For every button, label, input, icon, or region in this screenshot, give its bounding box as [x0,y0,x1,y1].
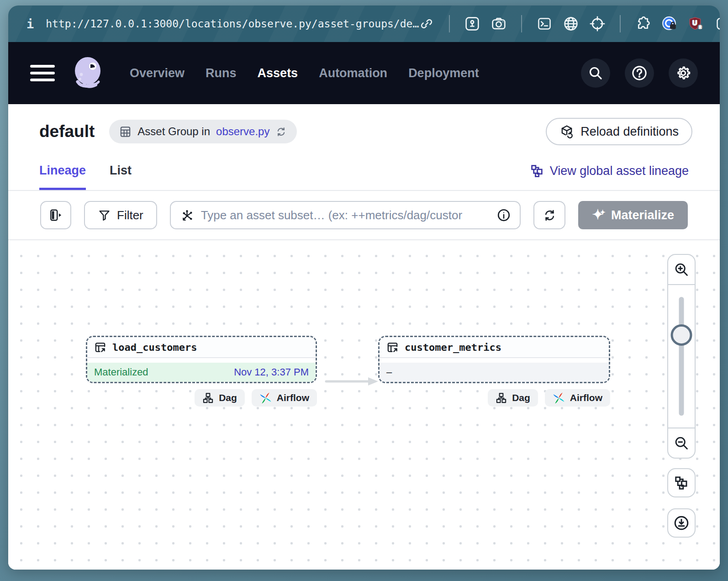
zoom-out-icon [674,435,689,451]
asset-node-header: customer_metrics [380,337,609,358]
relayout-graph-button[interactable] [667,468,696,497]
reload-definitions-button[interactable]: Reload definitions [546,118,692,145]
tag-label: Airflow [570,392,602,403]
settings-gear-button[interactable] [669,58,698,88]
browser-toolbar: i http://127.0.0.1:3000/locations/observ… [8,5,720,42]
lineage-canvas[interactable]: load_customers Materialized Nov 12, 3:37… [8,240,720,570]
reload-cube-icon [559,124,574,139]
asset-status-row: Materialized Nov 12, 3:37 PM [87,363,316,382]
zoom-in-button[interactable] [668,255,695,285]
asset-group-page: default Asset Group in observe.py Reload… [8,104,720,570]
asset-group-badge: Asset Group in observe.py [109,120,297,143]
tag-label: Dag [512,392,530,403]
zoom-slider-track[interactable] [679,297,684,416]
materialize-label: Materialize [611,208,674,222]
airflow-icon [259,392,272,404]
tag-airflow[interactable]: Airflow [545,389,610,407]
tab-lineage[interactable]: Lineage [39,164,86,190]
download-image-button[interactable] [667,508,696,538]
refresh-graph-button[interactable] [533,201,565,229]
expand-panel-button[interactable] [40,201,71,229]
badge-file-link[interactable]: observe.py [216,125,269,138]
asset-node-body: – [380,358,609,382]
lineage-edge-arrow [324,377,379,386]
sparkles-icon: ✦✦ [592,208,609,222]
tab-list[interactable]: List [110,164,132,190]
asset-subset-icon [180,208,194,222]
zoom-slider-handle[interactable] [671,324,692,346]
nav-item-assets[interactable]: Assets [258,66,298,80]
globe-icon[interactable] [563,16,579,32]
asset-group-icon [119,126,132,138]
global-lineage-label: View global asset lineage [550,164,689,178]
dag-icon [202,392,214,404]
badge-refresh-icon[interactable] [275,126,287,137]
filter-label: Filter [117,208,143,222]
nav-item-deployment[interactable]: Deployment [408,66,479,80]
tag-label: Airflow [277,392,309,403]
help-button[interactable] [625,58,654,88]
zoom-out-button[interactable] [668,428,695,458]
nav-links: Overview Runs Assets Automation Deployme… [130,66,479,80]
tabs-row: Lineage List View global asset lineage [8,148,720,191]
zoom-in-icon [674,262,689,277]
puzzle-extensions-icon[interactable] [635,16,651,32]
asset-node-body: Materialized Nov 12, 3:37 PM [87,358,316,382]
copy-link-icon[interactable] [419,16,434,32]
asset-name: load_customers [112,342,197,353]
asset-table-icon [386,341,399,354]
toolbar-separator [521,15,522,32]
terminal-icon[interactable] [537,16,552,32]
asset-node-customer-metrics[interactable]: customer_metrics – [378,336,610,383]
page-header: default Asset Group in observe.py Reload… [8,104,720,148]
browser-window: i http://127.0.0.1:3000/locations/observ… [8,5,720,570]
extension-flower-icon[interactable] [464,16,480,32]
dag-icon [496,392,507,404]
split-view-icon[interactable] [715,16,720,32]
download-icon [673,515,690,531]
nav-item-overview[interactable]: Overview [130,66,185,80]
materialize-button[interactable]: ✦✦ Materialize [578,201,688,229]
screenshot-camera-icon[interactable] [491,16,506,32]
tag-label: Dag [219,392,237,403]
target-crosshair-icon[interactable] [590,16,605,32]
filter-toolbar: Filter ✦✦ Materialize [8,191,720,240]
search-button[interactable] [581,58,610,88]
page-title: default [39,122,95,141]
password-manager-icon[interactable] [662,16,677,32]
badge-prefix: Asset Group in [137,125,210,138]
tag-dag[interactable]: Dag [488,389,538,407]
tag-dag[interactable]: Dag [195,389,245,407]
filter-button[interactable]: Filter [84,201,157,229]
graph-layout-icon [675,476,689,490]
zoom-slider[interactable] [668,285,695,428]
adblock-shield-icon[interactable]: U 2 [688,16,704,32]
dagster-logo[interactable] [69,54,107,92]
page-info-icon[interactable]: i [26,17,34,31]
status-timestamp[interactable]: Nov 12, 3:37 PM [234,366,309,378]
airflow-icon [553,392,565,404]
info-icon[interactable] [497,208,511,222]
url-bar[interactable]: http://127.0.0.1:3000/locations/observe.… [46,18,419,30]
toolbar-actions: U 2 [419,15,720,32]
asset-subset-search[interactable] [170,201,521,229]
asset-table-icon [94,341,106,354]
nav-item-runs[interactable]: Runs [206,66,237,80]
search-input[interactable] [201,208,490,222]
tag-row-load-customers: Dag Airflow [86,389,317,407]
tag-airflow[interactable]: Airflow [252,389,317,407]
panel-expand-icon [48,208,63,222]
menu-hamburger-icon[interactable] [30,65,55,81]
app-navbar: Overview Runs Assets Automation Deployme… [8,42,720,104]
asset-name: customer_metrics [405,342,501,353]
status-label: Materialized [94,366,148,378]
filter-funnel-icon [98,209,111,222]
view-global-asset-lineage-link[interactable]: View global asset lineage [531,164,689,178]
refresh-icon [543,208,557,222]
asset-node-load-customers[interactable]: load_customers Materialized Nov 12, 3:37… [86,336,317,383]
status-label: – [386,366,392,378]
nav-actions [581,58,698,88]
nav-item-automation[interactable]: Automation [319,66,387,80]
lineage-graph-icon [531,164,544,178]
tag-row-customer-metrics: Dag Airflow [378,389,610,407]
